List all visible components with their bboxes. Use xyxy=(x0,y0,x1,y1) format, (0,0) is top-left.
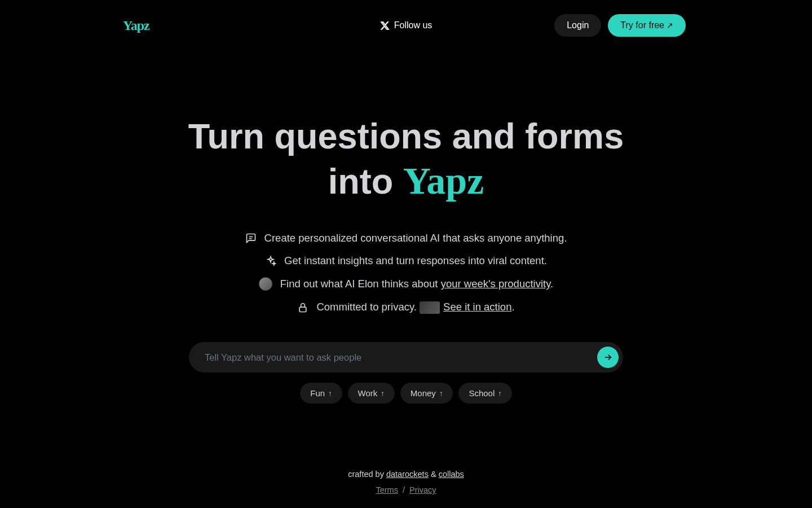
terms-link[interactable]: Terms xyxy=(376,485,398,494)
header: Yapz Follow us Login Try for free ↗ xyxy=(0,0,812,42)
chip-school[interactable]: School↑ xyxy=(458,383,511,404)
arrow-up-icon: ↑ xyxy=(498,389,502,397)
avatar-icon xyxy=(259,277,272,291)
feature-text: Create personalized conversational AI th… xyxy=(264,232,567,244)
submit-button[interactable] xyxy=(597,347,619,368)
chip-fun[interactable]: Fun↑ xyxy=(300,383,342,404)
x-icon xyxy=(380,21,390,30)
follow-us-link[interactable]: Follow us xyxy=(380,20,433,30)
try-free-label: Try for free xyxy=(620,20,664,30)
sparkle-icon xyxy=(265,255,276,266)
hero-brand-word: Yapz xyxy=(403,159,484,202)
prompt-input-container xyxy=(189,342,623,373)
arrow-up-icon: ↑ xyxy=(328,389,332,397)
arrow-right-icon xyxy=(603,352,613,362)
feature-text: Get instant insights and turn responses … xyxy=(284,255,547,267)
feature-item: Create personalized conversational AI th… xyxy=(245,232,567,244)
features-list: Create personalized conversational AI th… xyxy=(245,232,567,314)
feature-item: Get instant insights and turn responses … xyxy=(245,255,567,267)
svg-rect-2 xyxy=(300,307,307,312)
video-thumbnail[interactable] xyxy=(420,301,440,314)
chat-icon xyxy=(245,233,257,244)
logo[interactable]: Yapz xyxy=(123,18,149,33)
feature-item: Committed to privacy. See it in action. xyxy=(245,301,567,314)
footer: crafted by datarockets & collabs Terms /… xyxy=(0,470,812,508)
lock-icon xyxy=(297,302,308,313)
arrow-up-right-icon: ↗ xyxy=(667,21,673,30)
prompt-input[interactable] xyxy=(205,352,597,363)
feature-item: Find out what AI Elon thinks about your … xyxy=(245,277,567,291)
hero-title: Turn questions and forms into Yapz xyxy=(188,115,624,204)
chip-work[interactable]: Work↑ xyxy=(348,383,395,404)
try-free-button[interactable]: Try for free ↗ xyxy=(608,14,686,37)
login-button[interactable]: Login xyxy=(554,14,601,37)
nav-right: Login Try for free ↗ xyxy=(554,14,686,37)
follow-us-label: Follow us xyxy=(394,20,433,30)
chip-money[interactable]: Money↑ xyxy=(400,383,453,404)
productivity-link[interactable]: your week's productivity xyxy=(441,278,550,290)
main: Turn questions and forms into Yapz Creat… xyxy=(0,42,812,470)
feature-text: Find out what AI Elon thinks about your … xyxy=(280,278,553,290)
arrow-up-icon: ↑ xyxy=(439,389,443,397)
feature-text: Committed to privacy. See it in action. xyxy=(316,301,514,314)
footer-legal: Terms / Privacy xyxy=(0,485,812,494)
datarockets-link[interactable]: datarockets xyxy=(386,470,429,479)
arrow-up-icon: ↑ xyxy=(381,389,385,397)
see-action-link[interactable]: See it in action xyxy=(443,301,511,313)
privacy-link[interactable]: Privacy xyxy=(409,485,436,494)
category-chips: Fun↑ Work↑ Money↑ School↑ xyxy=(300,383,512,404)
footer-credits: crafted by datarockets & collabs xyxy=(0,470,812,479)
collabs-link[interactable]: collabs xyxy=(439,470,464,479)
